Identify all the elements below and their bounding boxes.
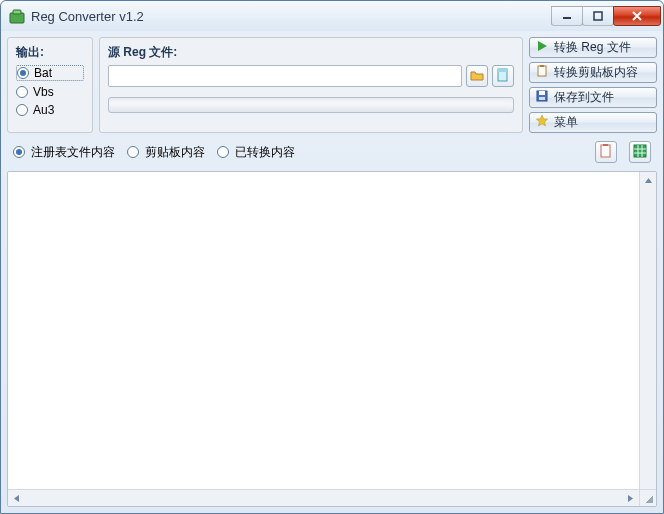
scroll-up-button[interactable] (640, 172, 657, 189)
svg-rect-9 (539, 91, 545, 95)
app-icon (9, 8, 25, 24)
source-group: 源 Reg 文件: (99, 37, 523, 133)
button-label: 菜单 (554, 114, 578, 131)
convert-clipboard-button[interactable]: 转换剪贴板内容 (529, 62, 657, 83)
resize-grip[interactable] (639, 489, 656, 506)
source-legend: 源 Reg 文件: (108, 44, 514, 61)
vertical-scrollbar[interactable] (639, 172, 656, 506)
svg-rect-6 (538, 66, 546, 76)
button-label: 保存到文件 (554, 89, 614, 106)
output-option-au3[interactable]: Au3 (16, 103, 84, 117)
grid-button[interactable] (629, 141, 651, 163)
radio-dot-icon (13, 146, 25, 158)
scroll-right-button[interactable] (622, 490, 639, 507)
output-option-label: Au3 (33, 103, 54, 117)
svg-rect-2 (563, 17, 571, 19)
output-legend: 输出: (16, 44, 84, 61)
output-option-label: Vbs (33, 85, 54, 99)
source-row (108, 65, 514, 87)
action-buttons: 转换 Reg 文件 转换剪贴板内容 保存到文件 (529, 37, 657, 133)
svg-rect-7 (540, 65, 544, 67)
svg-rect-10 (539, 97, 545, 100)
output-option-vbs[interactable]: Vbs (16, 85, 84, 99)
view-option-label: 剪贴板内容 (145, 144, 205, 161)
browse-button[interactable] (466, 65, 488, 87)
menu-button[interactable]: 菜单 (529, 112, 657, 133)
star-icon (536, 115, 548, 130)
play-icon (536, 40, 548, 55)
output-group: 输出: Bat Vbs Au3 (7, 37, 93, 133)
svg-rect-12 (603, 144, 608, 146)
clear-button[interactable] (492, 65, 514, 87)
horizontal-scrollbar[interactable] (8, 489, 639, 506)
radio-dot-icon (217, 146, 229, 158)
output-options: Bat Vbs Au3 (16, 65, 84, 117)
svg-rect-11 (601, 145, 610, 157)
maximize-button[interactable] (582, 6, 614, 26)
page-icon (496, 68, 510, 85)
view-option-clipboard[interactable]: 剪贴板内容 (127, 144, 205, 161)
output-option-bat[interactable]: Bat (16, 65, 84, 81)
view-option-label: 已转换内容 (235, 144, 295, 161)
convert-reg-button[interactable]: 转换 Reg 文件 (529, 37, 657, 58)
radio-dot-icon (16, 86, 28, 98)
client-area: 输出: Bat Vbs Au3 (1, 31, 663, 513)
radio-dot-icon (17, 67, 29, 79)
radio-dot-icon (127, 146, 139, 158)
view-option-label: 注册表文件内容 (31, 144, 115, 161)
minimize-button[interactable] (551, 6, 583, 26)
svg-rect-1 (13, 10, 21, 14)
scroll-left-button[interactable] (8, 490, 25, 507)
clipboard-icon (599, 144, 613, 161)
svg-rect-13 (634, 145, 646, 157)
close-button[interactable] (613, 6, 661, 26)
window-title: Reg Converter v1.2 (31, 9, 551, 24)
view-selector: 注册表文件内容 剪贴板内容 已转换内容 (7, 139, 657, 165)
view-option-regfile[interactable]: 注册表文件内容 (13, 144, 115, 161)
clipboard-icon (536, 65, 548, 80)
svg-rect-5 (498, 69, 507, 72)
content-textarea[interactable] (7, 171, 657, 507)
radio-dot-icon (16, 104, 28, 116)
view-option-converted[interactable]: 已转换内容 (217, 144, 295, 161)
output-option-label: Bat (34, 66, 52, 80)
button-label: 转换剪贴板内容 (554, 64, 638, 81)
titlebar: Reg Converter v1.2 (1, 1, 663, 31)
save-to-file-button[interactable]: 保存到文件 (529, 87, 657, 108)
source-path-input[interactable] (108, 65, 462, 87)
top-row: 输出: Bat Vbs Au3 (7, 37, 657, 133)
grid-icon (633, 144, 647, 161)
folder-icon (470, 68, 484, 85)
app-window: Reg Converter v1.2 输出: Bat (0, 0, 664, 514)
copy-content-button[interactable] (595, 141, 617, 163)
save-icon (536, 90, 548, 105)
window-controls (551, 6, 661, 26)
svg-rect-3 (594, 12, 602, 20)
progress-bar (108, 97, 514, 113)
button-label: 转换 Reg 文件 (554, 39, 631, 56)
